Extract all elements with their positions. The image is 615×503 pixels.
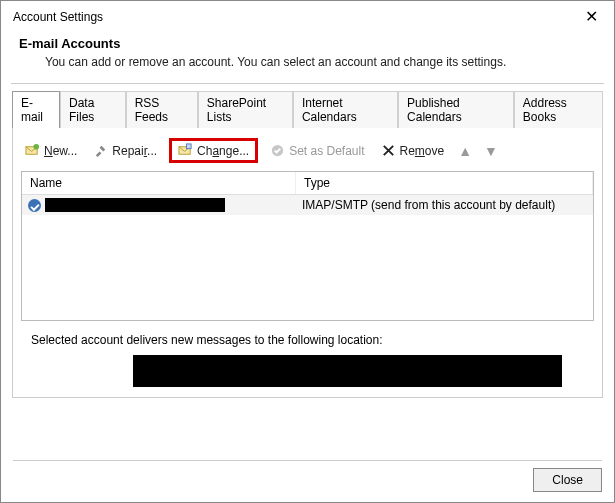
delivery-location-label: Selected account delivers new messages t…	[31, 333, 584, 347]
button-label: Set as Default	[289, 144, 364, 158]
tab-label: Address Books	[523, 96, 567, 124]
tab-label: Published Calendars	[407, 96, 462, 124]
list-item[interactable]: IMAP/SMTP (send from this account by def…	[22, 195, 593, 215]
tab-label: Internet Calendars	[302, 96, 357, 124]
tab-data-files[interactable]: Data Files	[60, 91, 126, 128]
default-check-icon	[28, 199, 41, 212]
button-label: Close	[552, 473, 583, 487]
toolbar: New... Repair... Change... Set as Defaul…	[13, 134, 602, 171]
section-heading: E-mail Accounts	[19, 36, 600, 51]
column-type[interactable]: Type	[296, 172, 593, 194]
tab-internet-calendars[interactable]: Internet Calendars	[293, 91, 398, 128]
mail-new-icon	[25, 143, 40, 158]
tab-rss-feeds[interactable]: RSS Feeds	[126, 91, 198, 128]
set-default-button: Set as Default	[266, 140, 368, 161]
divider	[11, 83, 604, 84]
delivery-location-redacted	[133, 355, 562, 387]
tab-sharepoint-lists[interactable]: SharePoint Lists	[198, 91, 293, 128]
dialog-footer: Close	[13, 460, 602, 492]
close-icon[interactable]: ✕	[579, 7, 604, 26]
repair-button[interactable]: Repair...	[89, 140, 161, 161]
account-list: Name Type IMAP/SMTP (send from this acco…	[21, 171, 594, 321]
tab-label: RSS Feeds	[135, 96, 168, 124]
move-down-icon: ▼	[482, 143, 500, 159]
new-button[interactable]: New...	[21, 140, 81, 161]
button-label: Remove	[400, 144, 445, 158]
button-label: New...	[44, 144, 77, 158]
change-button[interactable]: Change...	[169, 138, 258, 163]
account-name-redacted	[45, 198, 225, 212]
remove-button[interactable]: Remove	[377, 140, 449, 161]
tab-email[interactable]: E-mail	[12, 91, 60, 128]
section-description: You can add or remove an account. You ca…	[45, 55, 600, 69]
svg-rect-3	[187, 144, 192, 149]
tools-icon	[93, 143, 108, 158]
tab-label: SharePoint Lists	[207, 96, 266, 124]
move-up-icon: ▲	[456, 143, 474, 159]
tab-panel: New... Repair... Change... Set as Defaul…	[12, 127, 603, 398]
button-label: Change...	[197, 144, 249, 158]
tab-label: Data Files	[69, 96, 94, 124]
tab-published-calendars[interactable]: Published Calendars	[398, 91, 514, 128]
list-header: Name Type	[22, 172, 593, 195]
tab-address-books[interactable]: Address Books	[514, 91, 603, 128]
column-name[interactable]: Name	[22, 172, 296, 194]
close-button[interactable]: Close	[533, 468, 602, 492]
button-label: Repair...	[112, 144, 157, 158]
x-icon	[381, 143, 396, 158]
tab-label: E-mail	[21, 96, 43, 124]
account-type: IMAP/SMTP (send from this account by def…	[296, 195, 593, 215]
mail-change-icon	[178, 143, 193, 158]
svg-point-1	[33, 144, 39, 150]
window-title: Account Settings	[13, 10, 103, 24]
tab-strip: E-mail Data Files RSS Feeds SharePoint L…	[12, 90, 603, 127]
check-circle-icon	[270, 143, 285, 158]
